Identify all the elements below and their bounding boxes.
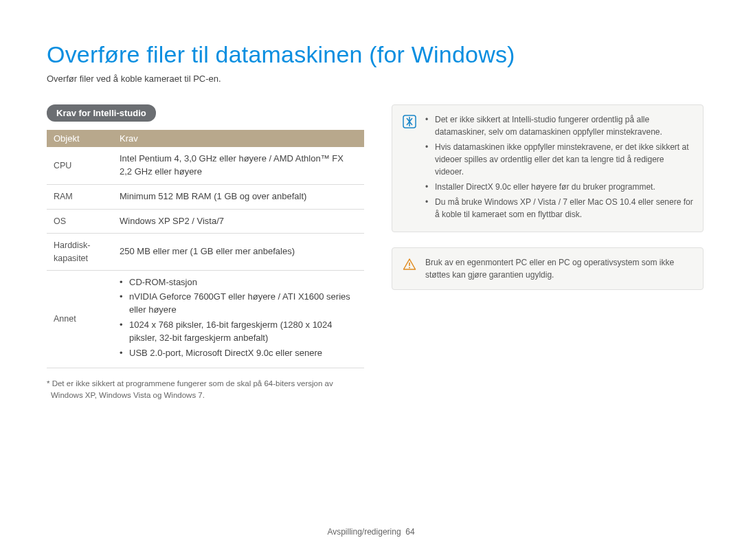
info-box: Det er ikke sikkert at Intelli-studio fu… (392, 104, 704, 232)
warning-text: Bruk av en egenmontert PC eller en PC og… (425, 256, 693, 281)
other-item: 1024 x 768 piksler, 16-bit fargeskjerm (… (120, 319, 357, 345)
row-value-other: CD-ROM-stasjon nVIDIA Geforce 7600GT ell… (113, 270, 364, 368)
table-header-krav: Krav (113, 130, 364, 147)
page-footer: Avspilling/redigering 64 (0, 527, 742, 537)
row-value-ram: Minimum 512 MB RAM (1 GB og over anbefal… (113, 184, 364, 209)
footer-page-number: 64 (405, 527, 414, 537)
svg-point-4 (409, 267, 410, 269)
info-item: Installer DirectX 9.0c eller høyere før … (425, 181, 693, 193)
row-value-cpu: Intel Pentium 4, 3,0 GHz eller høyere / … (113, 147, 364, 184)
info-list: Det er ikke sikkert at Intelli-studio fu… (425, 113, 693, 223)
row-value-hdd: 250 MB eller mer (1 GB eller mer anbefal… (113, 234, 364, 270)
row-label-ram: RAM (47, 184, 113, 209)
content-columns: Krav for Intelli-studio Objekt Krav CPU … (47, 104, 704, 401)
other-item: CD-ROM-stasjon (120, 276, 357, 289)
row-label-cpu: CPU (47, 147, 113, 184)
info-icon (402, 113, 417, 223)
row-label-hdd: Harddisk-kapasitet (47, 234, 113, 270)
row-label-os: OS (47, 209, 113, 234)
other-item: USB 2.0-port, Microsoft DirectX 9.0c ell… (120, 347, 357, 360)
row-value-os: Windows XP SP2 / Vista/7 (113, 209, 364, 234)
section-heading: Krav for Intelli-studio (47, 104, 156, 122)
footnote: * Det er ikke sikkert at programmene fun… (47, 378, 364, 402)
page: Overføre filer til datamaskinen (for Win… (0, 0, 742, 560)
page-subtitle: Overfør filer ved å koble kameraet til P… (47, 74, 704, 84)
footer-section: Avspilling/redigering (327, 527, 401, 537)
table-row: RAM Minimum 512 MB RAM (1 GB og over anb… (47, 184, 364, 209)
other-item: nVIDIA Geforce 7600GT eller høyere / ATI… (120, 291, 357, 317)
warning-icon (402, 256, 417, 281)
left-column: Krav for Intelli-studio Objekt Krav CPU … (47, 104, 364, 401)
requirements-table: Objekt Krav CPU Intel Pentium 4, 3,0 GHz… (47, 130, 364, 368)
page-title: Overføre filer til datamaskinen (for Win… (47, 41, 704, 68)
warning-box: Bruk av en egenmontert PC eller en PC og… (392, 247, 704, 290)
row-label-other: Annet (47, 270, 113, 368)
table-row: OS Windows XP SP2 / Vista/7 (47, 209, 364, 234)
info-item: Hvis datamaskinen ikke oppfyller minstek… (425, 141, 693, 178)
table-row: Annet CD-ROM-stasjon nVIDIA Geforce 7600… (47, 270, 364, 368)
table-row: CPU Intel Pentium 4, 3,0 GHz eller høyer… (47, 147, 364, 184)
table-row: Harddisk-kapasitet 250 MB eller mer (1 G… (47, 234, 364, 270)
table-header-objekt: Objekt (47, 130, 113, 147)
info-item: Du må bruke Windows XP / Vista / 7 eller… (425, 196, 693, 221)
right-column: Det er ikke sikkert at Intelli-studio fu… (392, 104, 704, 305)
info-item: Det er ikke sikkert at Intelli-studio fu… (425, 113, 693, 138)
